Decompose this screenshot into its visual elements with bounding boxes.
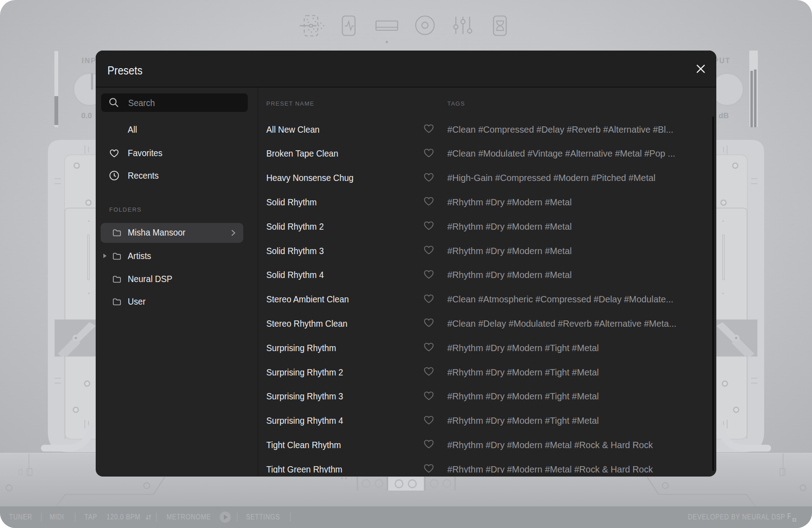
- svg-text:dB: dB: [719, 111, 729, 120]
- svg-text:0.0: 0.0: [81, 111, 92, 120]
